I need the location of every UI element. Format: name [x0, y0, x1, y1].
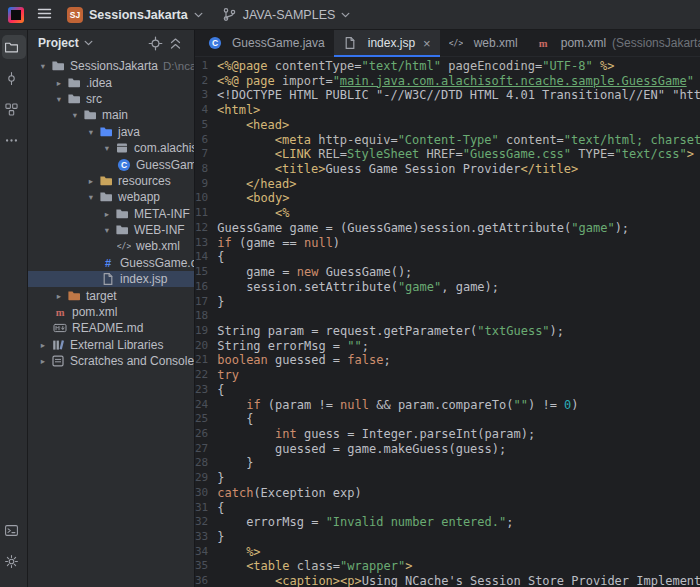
tree-item-src[interactable]: ▾src: [28, 91, 194, 107]
code-line: 17}: [195, 295, 700, 310]
code-line-text: errorMsg = "Invalid number entered.";: [217, 515, 513, 530]
chevron-collapsed-icon[interactable]: ▸: [52, 291, 66, 301]
code-line: 28 }: [195, 456, 700, 471]
collapse-all-button[interactable]: [168, 33, 188, 53]
tree-item-main[interactable]: ▾main: [28, 107, 194, 123]
chevron-expanded-icon[interactable]: ▾: [100, 143, 114, 153]
tab-label: index.jsp: [368, 36, 415, 50]
tree-item-label: com.alachisoft.ncache: [134, 141, 194, 155]
code-editor[interactable]: 1<%@page contentType="text/html" pageEnc…: [195, 57, 700, 587]
tree-item-label: README.md: [72, 321, 143, 335]
code-line-text: {: [217, 383, 224, 398]
chevron-collapsed-icon[interactable]: ▸: [100, 209, 114, 219]
chevron-expanded-icon[interactable]: ▾: [68, 110, 82, 120]
code-line-text: GuessGame game = (GuessGame)session.getA…: [217, 221, 629, 236]
chevron-expanded-icon[interactable]: ▾: [84, 192, 98, 202]
chevron-down-icon: [341, 12, 350, 18]
commit-icon: [4, 71, 19, 85]
editor-tabs: CGuessGame.javaindex.jsp×</>web.xmlmpom.…: [195, 30, 700, 57]
code-line-text: </head>: [217, 177, 296, 192]
line-number: 15: [195, 265, 217, 280]
chevron-collapsed-icon[interactable]: ▸: [36, 356, 50, 366]
chevron-collapsed-icon[interactable]: ▸: [36, 340, 50, 350]
code-line-text: String param = request.getParameter("txt…: [217, 324, 564, 339]
structure-icon: [4, 102, 19, 116]
folder-res-icon: [98, 174, 113, 188]
code-line: 35 <table class="wrapper">: [195, 559, 700, 574]
folder-src-icon: [98, 125, 113, 139]
close-tab-icon[interactable]: ×: [423, 37, 431, 50]
tw-project-icon: [4, 40, 19, 54]
tree-item-meta-inf[interactable]: ▸META-INF: [28, 206, 194, 222]
chevron-expanded-icon[interactable]: ▾: [84, 127, 98, 137]
code-line-text: <%: [217, 206, 289, 221]
tab-index-jsp[interactable]: index.jsp×: [334, 30, 440, 56]
tool-window-button-more-tool-windows[interactable]: [2, 128, 26, 152]
tree-item-target[interactable]: ▸target: [28, 287, 194, 303]
code-line: 31{: [195, 501, 700, 516]
app-logo-icon: [8, 7, 24, 23]
tree-item-webapp[interactable]: ▾webapp: [28, 189, 194, 205]
folder-icon: [50, 59, 65, 73]
package-icon: [114, 141, 129, 155]
tree-item-index-jsp[interactable]: index.jsp: [28, 271, 194, 287]
tool-window-button-structure[interactable]: [2, 97, 26, 121]
tool-window-button-terminal[interactable]: [2, 518, 26, 542]
tab-pom-xml[interactable]: mpom.xml(SessionsJakarta): [527, 30, 700, 56]
xml-icon: </>: [116, 239, 131, 253]
code-line: 33}: [195, 530, 700, 545]
line-number: 11: [195, 206, 217, 221]
line-number: 21: [195, 353, 217, 368]
line-number: 8: [195, 162, 217, 177]
tree-item-sessionsjakarta[interactable]: ▾SessionsJakartaD:\ncache\JAV: [28, 58, 194, 74]
chevron-expanded-icon[interactable]: ▾: [100, 225, 114, 235]
line-number: 26: [195, 427, 217, 442]
code-line: 29}: [195, 471, 700, 486]
tool-window-button-commit[interactable]: [2, 66, 26, 90]
collapse-icon: [168, 36, 183, 50]
tree-item-guessgame[interactable]: CGuessGame: [28, 156, 194, 172]
tab-web-xml[interactable]: </>web.xml: [440, 30, 527, 56]
main-menu-button[interactable]: [32, 3, 56, 27]
code-line-text: <caption><p>Using NCache's Session Store…: [217, 574, 700, 587]
tree-item-pom-xml[interactable]: mpom.xml: [28, 304, 194, 320]
vcs-widget[interactable]: JAVA-SAMPLES: [214, 3, 359, 27]
line-number: 17: [195, 295, 217, 310]
tree-item-web-xml[interactable]: </>web.xml: [28, 238, 194, 254]
activity-bar: [0, 30, 28, 587]
tree-item-idea[interactable]: ▸.idea: [28, 74, 194, 90]
code-line-text: <%@ page import="main.java.com.alachisof…: [217, 74, 700, 89]
chevron-collapsed-icon[interactable]: ▸: [84, 176, 98, 186]
code-line-text: boolean guessed = false;: [217, 353, 390, 368]
tree-item-scratches-and-consoles[interactable]: ▸Scratches and Consoles: [28, 353, 194, 369]
chevron-expanded-icon[interactable]: ▾: [36, 61, 50, 71]
project-widget[interactable]: SJ SessionsJakarta: [59, 3, 211, 27]
code-line: 11 <%: [195, 206, 700, 221]
tree-item-java[interactable]: ▾java: [28, 124, 194, 140]
line-number: 10: [195, 191, 217, 206]
tree-item-web-inf[interactable]: ▾WEB-INF: [28, 222, 194, 238]
tab-guessgame-java[interactable]: CGuessGame.java: [198, 30, 334, 56]
code-line-text: game = new GuessGame();: [217, 265, 412, 280]
folder-icon: [82, 108, 97, 122]
tree-item-com-alachisoft-ncache[interactable]: ▾com.alachisoft.ncache: [28, 140, 194, 156]
line-number: 1: [195, 59, 217, 74]
code-line: 9 </head>: [195, 177, 700, 192]
tree-item-external-libraries[interactable]: ▸External Libraries: [28, 337, 194, 353]
line-number: 28: [195, 456, 217, 471]
jsp-icon: [343, 36, 358, 50]
tool-window-button-project[interactable]: [2, 35, 26, 59]
tree-item-label: target: [86, 289, 117, 303]
line-number: 34: [195, 545, 217, 560]
css-icon: #: [100, 256, 115, 270]
chevron-collapsed-icon[interactable]: ▸: [52, 78, 66, 88]
tool-window-button-settings[interactable]: [2, 549, 26, 573]
chevron-expanded-icon[interactable]: ▾: [52, 94, 66, 104]
select-opened-file-button[interactable]: [148, 33, 168, 53]
tree-item-resources[interactable]: ▸resources: [28, 173, 194, 189]
project-view-selector[interactable]: Project: [38, 36, 79, 50]
tree-item-guessgame-css[interactable]: #GuessGame.css: [28, 255, 194, 271]
code-line-text: <meta http-equiv="Content-Type" content=…: [217, 133, 700, 148]
tree-item-readme-md[interactable]: README.md: [28, 320, 194, 336]
line-number: 5: [195, 118, 217, 133]
